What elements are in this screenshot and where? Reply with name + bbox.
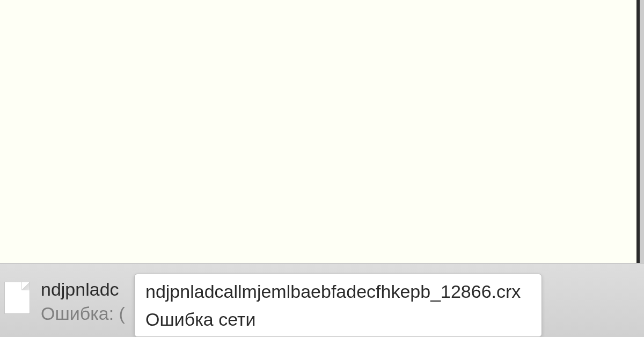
download-item[interactable]: ndjpnladc Ошибка: (: [4, 279, 125, 327]
vertical-scrollbar[interactable]: [640, 0, 644, 263]
tooltip-error-text: Ошибка сети: [145, 307, 531, 332]
download-tooltip: ndjpnladcallmjemlbaebfadecfhkepb_12866.c…: [134, 274, 542, 337]
page-content-area: [0, 0, 640, 263]
file-icon: [4, 282, 30, 314]
tooltip-filename: ndjpnladcallmjemlbaebfadecfhkepb_12866.c…: [145, 280, 531, 304]
download-text-block: ndjpnladc Ошибка: (: [41, 279, 125, 325]
download-filename-truncated: ndjpnladc: [41, 279, 125, 301]
download-status-text: Ошибка: (: [41, 303, 125, 325]
